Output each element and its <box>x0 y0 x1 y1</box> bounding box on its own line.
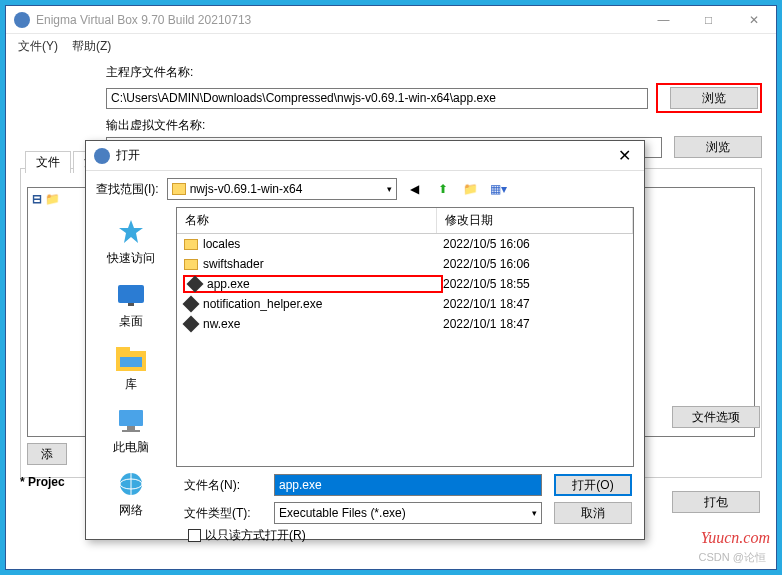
browse-input-button[interactable]: 浏览 <box>670 87 758 109</box>
browse-output-button[interactable]: 浏览 <box>674 136 762 158</box>
dialog-title: 打开 <box>116 147 140 164</box>
dialog-titlebar[interactable]: 打开 ✕ <box>86 141 644 171</box>
svg-rect-6 <box>119 410 143 426</box>
file-date: 2022/10/1 18:47 <box>443 297 633 311</box>
folder-icon <box>183 237 199 251</box>
project-label: * Projec <box>20 475 65 489</box>
tree-root-icon: ⊟ 📁 <box>32 192 60 206</box>
place-quick[interactable]: 快速访问 <box>86 213 176 270</box>
filename-input[interactable] <box>274 474 542 496</box>
file-date: 2022/10/1 18:47 <box>443 317 633 331</box>
file-row[interactable]: nw.exe2022/10/1 18:47 <box>177 314 633 334</box>
window-title: Enigma Virtual Box 9.70 Build 20210713 <box>36 13 641 27</box>
file-options-button[interactable]: 文件选项 <box>672 406 760 428</box>
place-desktop[interactable]: 桌面 <box>86 276 176 333</box>
new-folder-icon[interactable]: 📁 <box>461 179 481 199</box>
file-row[interactable]: locales2022/10/5 16:06 <box>177 234 633 254</box>
file-date: 2022/10/5 16:06 <box>443 257 633 271</box>
dialog-close-button[interactable]: ✕ <box>604 146 644 165</box>
chevron-down-icon: ▾ <box>387 184 392 194</box>
lookin-value: nwjs-v0.69.1-win-x64 <box>190 182 303 196</box>
exe-icon <box>183 317 199 331</box>
folder-icon <box>172 183 186 195</box>
pack-button[interactable]: 打包 <box>672 491 760 513</box>
back-icon[interactable]: ◀ <box>405 179 425 199</box>
dialog-toolbar: 查找范围(I): nwjs-v0.69.1-win-x64 ▾ ◀ ⬆ 📁 ▦▾ <box>86 171 644 207</box>
folder-icon <box>183 257 199 271</box>
attribution: CSDN @论恒 <box>699 550 766 565</box>
file-row[interactable]: swiftshader2022/10/5 16:06 <box>177 254 633 274</box>
input-path-field[interactable] <box>106 88 648 109</box>
cancel-button[interactable]: 取消 <box>554 502 632 524</box>
lookin-combo[interactable]: nwjs-v0.69.1-win-x64 ▾ <box>167 178 397 200</box>
tab-files[interactable]: 文件 <box>25 151 71 173</box>
place-pc[interactable]: 此电脑 <box>86 402 176 459</box>
readonly-checkbox[interactable] <box>188 529 201 542</box>
dialog-icon <box>94 148 110 164</box>
file-name: notification_helper.exe <box>203 297 322 311</box>
places-bar: 快速访问 桌面 库 此电脑 网络 <box>86 207 176 467</box>
menu-help[interactable]: 帮助(Z) <box>72 38 111 55</box>
svg-rect-2 <box>128 303 134 306</box>
output-label: 输出虚拟文件名称: <box>106 117 762 134</box>
maximize-button[interactable]: □ <box>686 6 731 34</box>
open-dialog: 打开 ✕ 查找范围(I): nwjs-v0.69.1-win-x64 ▾ ◀ ⬆… <box>85 140 645 540</box>
svg-marker-0 <box>119 220 143 243</box>
exe-icon <box>187 277 203 291</box>
svg-rect-8 <box>122 430 140 432</box>
add-button[interactable]: 添 <box>27 443 67 465</box>
open-button[interactable]: 打开(O) <box>554 474 632 496</box>
app-icon <box>14 12 30 28</box>
filetype-label: 文件类型(T): <box>184 505 262 522</box>
place-library[interactable]: 库 <box>86 339 176 396</box>
view-icon[interactable]: ▦▾ <box>489 179 509 199</box>
svg-rect-7 <box>127 426 135 430</box>
exe-icon <box>183 297 199 311</box>
col-date[interactable]: 修改日期 <box>437 208 633 233</box>
chevron-down-icon: ▾ <box>532 508 537 518</box>
file-date: 2022/10/5 18:55 <box>443 277 633 291</box>
filename-label: 文件名(N): <box>184 477 262 494</box>
file-list-header: 名称 修改日期 <box>177 208 633 234</box>
menu-file[interactable]: 文件(Y) <box>18 38 58 55</box>
minimize-button[interactable]: — <box>641 6 686 34</box>
svg-rect-1 <box>118 285 144 303</box>
svg-rect-4 <box>116 347 130 353</box>
titlebar[interactable]: Enigma Virtual Box 9.70 Build 20210713 —… <box>6 6 776 34</box>
svg-rect-5 <box>120 357 142 367</box>
file-date: 2022/10/5 16:06 <box>443 237 633 251</box>
readonly-label: 以只读方式打开(R) <box>205 527 306 544</box>
close-button[interactable]: ✕ <box>731 6 776 34</box>
input-label: 主程序文件名称: <box>106 64 762 81</box>
place-network[interactable]: 网络 <box>86 465 176 522</box>
up-icon[interactable]: ⬆ <box>433 179 453 199</box>
filetype-combo[interactable]: Executable Files (*.exe)▾ <box>274 502 542 524</box>
watermark: Yuucn.com <box>701 529 770 547</box>
file-name: app.exe <box>207 277 250 291</box>
lookin-label: 查找范围(I): <box>96 181 159 198</box>
file-list[interactable]: 名称 修改日期 locales2022/10/5 16:06swiftshade… <box>176 207 634 467</box>
menubar: 文件(Y) 帮助(Z) <box>6 34 776 58</box>
file-name: swiftshader <box>203 257 264 271</box>
col-name[interactable]: 名称 <box>177 208 437 233</box>
file-name: nw.exe <box>203 317 240 331</box>
file-name: locales <box>203 237 240 251</box>
file-row[interactable]: app.exe2022/10/5 18:55 <box>177 274 633 294</box>
file-row[interactable]: notification_helper.exe2022/10/1 18:47 <box>177 294 633 314</box>
